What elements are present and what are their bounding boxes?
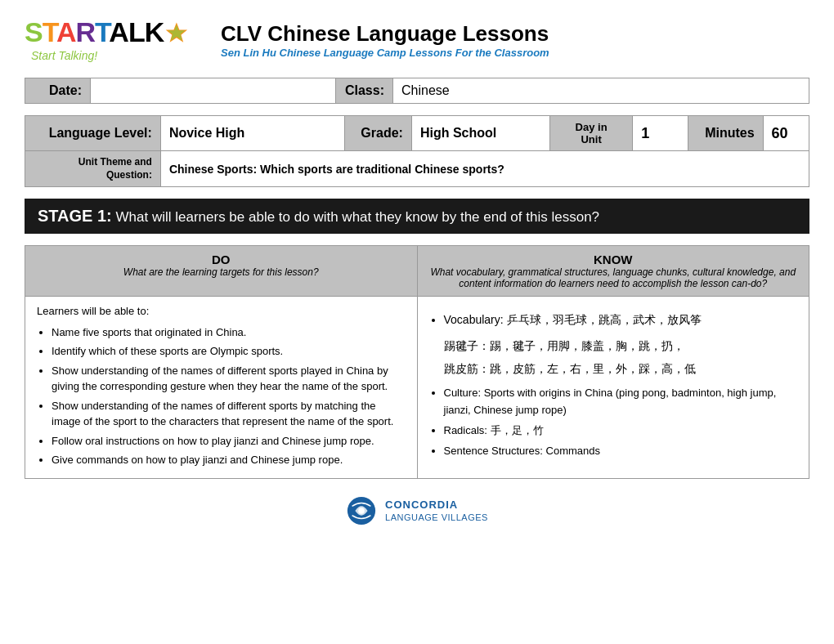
- vocab-label: Vocabulary:: [444, 313, 507, 326]
- language-level-label: Language Level:: [25, 116, 161, 151]
- do-know-table: DO What are the learning targets for thi…: [25, 245, 809, 479]
- logo-tagline: Start Talking!: [25, 48, 188, 63]
- stage1-prefix: STAGE 1:: [38, 207, 112, 225]
- grade-value: High School: [411, 116, 549, 151]
- main-title: CLV Chinese Language Lessons: [221, 21, 809, 47]
- stage1-header: STAGE 1: What will learners be able to d…: [25, 199, 809, 234]
- sentence-label: Sentence Structures:: [444, 445, 546, 457]
- culture-value: Sports with origins in China (ping pong,…: [444, 387, 777, 416]
- culture-label: Culture:: [444, 387, 484, 399]
- unit-theme-label: Unit Theme andQuestion:: [25, 151, 161, 187]
- know-header-title: KNOW: [429, 253, 798, 266]
- level-table: Language Level: Novice High Grade: High …: [25, 115, 809, 187]
- do-content: Learners will be able to: Name five spor…: [25, 297, 418, 479]
- know-other-list: Culture: Sports with origins in China (p…: [444, 385, 798, 459]
- date-label: Date:: [25, 78, 91, 104]
- day-in-unit-label: Day inUnit: [549, 116, 632, 151]
- vocab-chinese-1: 乒乓球，羽毛球，跳高，武术，放风筝: [507, 313, 702, 326]
- page-header: STARTALK Start Talking! CLV Chinese Lang…: [25, 16, 809, 63]
- date-value: [91, 78, 336, 104]
- know-radicals-item: Radicals: 手，足，竹: [444, 423, 798, 440]
- do-list: Name five sports that originated in Chin…: [52, 324, 406, 468]
- list-item: Show understanding of the names of diffe…: [52, 363, 406, 395]
- unit-theme-value: Chinese Sports: Which sports are traditi…: [160, 151, 809, 187]
- list-item: Give commands on how to play jianzi and …: [52, 452, 406, 468]
- list-item: Show understanding of the names of diffe…: [52, 398, 406, 430]
- concordia-logo-icon: [346, 495, 377, 526]
- day-in-unit-value: 1: [633, 116, 688, 151]
- know-culture-item: Culture: Sports with origins in China (p…: [444, 385, 798, 419]
- class-value: Chinese: [393, 78, 809, 104]
- org-name: CONCORDIA: [385, 499, 488, 512]
- know-header-sub: What vocabulary, grammatical structures,…: [429, 266, 798, 289]
- know-content: Vocabulary: 乒乓球，羽毛球，跳高，武术，放风筝 踢毽子：踢，毽子，用…: [417, 297, 809, 479]
- subtitle: Sen Lin Hu Chinese Language Camp Lessons…: [221, 47, 809, 59]
- language-level-value: Novice High: [160, 116, 344, 151]
- startalk-logo: STARTALK Start Talking!: [25, 16, 188, 63]
- svg-point-3: [358, 508, 365, 514]
- title-area: CLV Chinese Language Lessons Sen Lin Hu …: [188, 21, 809, 59]
- star-icon: [165, 17, 188, 48]
- org-sub: LANGUAGE VILLAGES: [385, 512, 488, 522]
- list-item: Follow oral instructions on how to play …: [52, 433, 406, 449]
- list-item: Identify which of these sports are Olymp…: [52, 343, 406, 360]
- date-class-table: Date: Class: Chinese: [25, 78, 809, 104]
- sentence-value: Commands: [546, 445, 600, 457]
- vocab-chinese-2: 踢毽子：踢，毽子，用脚，膝盖，胸，跳，扔，: [444, 334, 798, 357]
- do-header-title: DO: [37, 253, 406, 266]
- class-label: Class:: [336, 78, 393, 104]
- do-intro: Learners will be able to:: [37, 303, 406, 320]
- grade-label: Grade:: [345, 116, 412, 151]
- vocab-section: Vocabulary: 乒乓球，羽毛球，跳高，武术，放风筝 踢毽子：踢，毽子，用…: [429, 308, 798, 380]
- minutes-value: 60: [763, 116, 809, 151]
- list-item: Name five sports that originated in Chin…: [52, 324, 406, 341]
- know-sentence-item: Sentence Structures: Commands: [444, 443, 798, 460]
- know-header: KNOW What vocabulary, grammatical struct…: [417, 246, 809, 297]
- know-vocab-list: Vocabulary: 乒乓球，羽毛球，跳高，武术，放风筝: [444, 308, 798, 331]
- vocab-chinese-3: 跳皮筋：跳，皮筋，左，右，里，外，踩，高，低: [444, 357, 798, 380]
- radicals-label: Radicals:: [444, 424, 491, 436]
- logo-wordmark: STARTALK: [25, 16, 188, 48]
- radicals-value: 手，足，竹: [491, 424, 544, 436]
- footer-text-block: CONCORDIA LANGUAGE VILLAGES: [385, 499, 488, 522]
- do-header: DO What are the learning targets for thi…: [25, 246, 418, 297]
- page-footer: CONCORDIA LANGUAGE VILLAGES: [25, 495, 809, 526]
- minutes-label: Minutes: [688, 116, 763, 151]
- do-header-sub: What are the learning targets for this l…: [37, 266, 406, 278]
- stage1-question: What will learners be able to do with wh…: [116, 209, 600, 225]
- know-vocab-item: Vocabulary: 乒乓球，羽毛球，跳高，武术，放风筝: [444, 308, 798, 331]
- logo-text: STARTALK: [25, 16, 164, 48]
